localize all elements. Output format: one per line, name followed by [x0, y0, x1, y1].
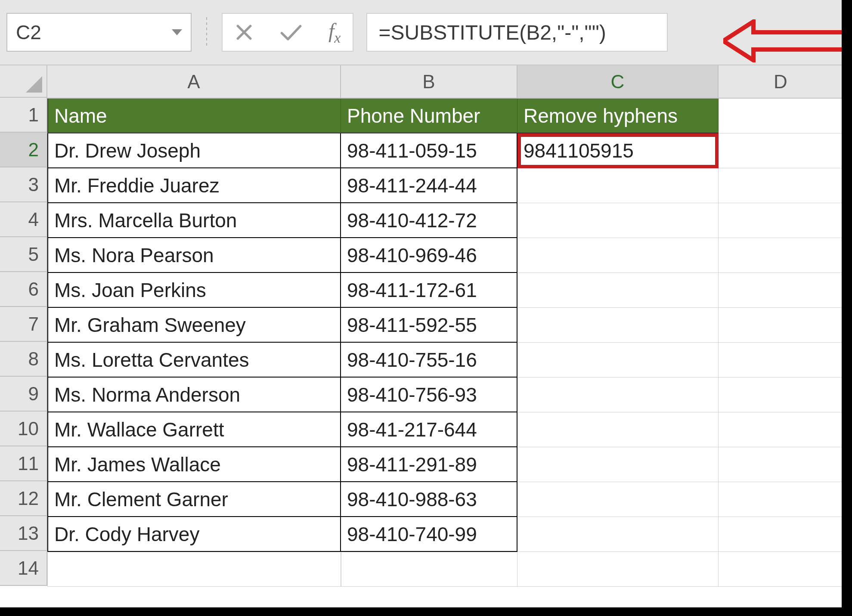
cell-A11[interactable]: Mr. James Wallace [47, 447, 341, 482]
cell-B13[interactable]: 98-410-740-99 [341, 517, 517, 552]
cell-B10[interactable]: 98-41-217-644 [341, 412, 517, 447]
fx-icon[interactable]: fx [328, 19, 341, 46]
cell-D14[interactable] [719, 552, 843, 587]
table-row: Ms. Nora Pearson98-410-969-46 [47, 238, 843, 273]
cell-B2[interactable]: 98-411-059-15 [341, 133, 517, 168]
header-result[interactable]: Remove hyphens [517, 99, 719, 133]
name-box-dropdown-icon[interactable] [172, 29, 182, 35]
row-header-7[interactable]: 7 [0, 307, 47, 342]
cell-C9[interactable] [517, 378, 719, 412]
header-name[interactable]: Name [47, 99, 341, 133]
cell-D2[interactable] [719, 133, 843, 168]
cell-A12[interactable]: Mr. Clement Garner [47, 482, 341, 517]
cell-D9[interactable] [719, 378, 843, 412]
formula-controls: fx [222, 13, 353, 52]
row-header-5[interactable]: 5 [0, 237, 47, 272]
row-header-9[interactable]: 9 [0, 377, 47, 412]
row-header-11[interactable]: 11 [0, 446, 47, 481]
cell-C12[interactable] [517, 482, 719, 517]
table-row: Mrs. Marcella Burton98-410-412-72 [47, 203, 843, 238]
cell-A2[interactable]: Dr. Drew Joseph [47, 133, 341, 168]
cell-D4[interactable] [719, 203, 843, 238]
header-phone[interactable]: Phone Number [341, 99, 517, 133]
formula-text: =SUBSTITUTE(B2,"-","") [378, 21, 606, 44]
table-row: Dr. Drew Joseph98-411-059-159841105915 [47, 133, 843, 168]
cell-A8[interactable]: Ms. Loretta Cervantes [47, 343, 341, 378]
cell-B14[interactable] [341, 552, 517, 587]
cell-D7[interactable] [719, 308, 843, 343]
table-row: Ms. Loretta Cervantes98-410-755-16 [47, 343, 843, 378]
row-14 [47, 552, 843, 587]
cell-C11[interactable] [517, 447, 719, 482]
cell-D10[interactable] [719, 412, 843, 447]
cell-D12[interactable] [719, 482, 843, 517]
svg-marker-0 [723, 22, 844, 60]
row-header-1[interactable]: 1 [0, 98, 47, 133]
cell-C8[interactable] [517, 343, 719, 378]
cell-B3[interactable]: 98-411-244-44 [341, 168, 517, 203]
cell-B4[interactable]: 98-410-412-72 [341, 203, 517, 238]
cell-B9[interactable]: 98-410-756-93 [341, 378, 517, 412]
cell-C6[interactable] [517, 273, 719, 308]
cell-A14[interactable] [47, 552, 341, 587]
cell-D8[interactable] [719, 343, 843, 378]
row-header-2[interactable]: 2 [0, 133, 47, 167]
cell-B8[interactable]: 98-410-755-16 [341, 343, 517, 378]
cell-C10[interactable] [517, 412, 719, 447]
cell-B12[interactable]: 98-410-988-63 [341, 482, 517, 517]
table-row: Mr. Clement Garner98-410-988-63 [47, 482, 843, 517]
table-row: Mr. Wallace Garrett98-41-217-644 [47, 412, 843, 447]
cell-A5[interactable]: Ms. Nora Pearson [47, 238, 341, 273]
table-row: Mr. Graham Sweeney98-411-592-55 [47, 308, 843, 343]
col-header-C[interactable]: C [517, 65, 719, 98]
cell-C13[interactable] [517, 517, 719, 552]
table-row: Mr. James Wallace98-411-291-89 [47, 447, 843, 482]
cell-A9[interactable]: Ms. Norma Anderson [47, 378, 341, 412]
cell-D11[interactable] [719, 447, 843, 482]
cell-C3[interactable] [517, 168, 719, 203]
name-box-value: C2 [16, 21, 41, 44]
row-header-13[interactable]: 13 [0, 516, 47, 551]
cell-B11[interactable]: 98-411-291-89 [341, 447, 517, 482]
cell-B6[interactable]: 98-411-172-61 [341, 273, 517, 308]
cell-A7[interactable]: Mr. Graham Sweeney [47, 308, 341, 343]
cell-D5[interactable] [719, 238, 843, 273]
cell-D13[interactable] [719, 517, 843, 552]
cell-A3[interactable]: Mr. Freddie Juarez [47, 168, 341, 203]
column-headers: A B C D [47, 65, 843, 99]
row-header-4[interactable]: 4 [0, 202, 47, 237]
cancel-formula-icon[interactable] [235, 23, 254, 42]
cell-C14[interactable] [517, 552, 719, 587]
row-header-10[interactable]: 10 [0, 412, 47, 446]
col-header-A[interactable]: A [47, 65, 341, 98]
table-row: Ms. Joan Perkins98-411-172-61 [47, 273, 843, 308]
col-header-D[interactable]: D [719, 65, 843, 98]
separator [206, 17, 207, 47]
enter-formula-icon[interactable] [279, 23, 303, 42]
formula-input[interactable]: =SUBSTITUTE(B2,"-","") [366, 13, 668, 52]
cell-A13[interactable]: Dr. Cody Harvey [47, 517, 341, 552]
name-box[interactable]: C2 [6, 13, 192, 52]
right-border [842, 0, 852, 616]
col-header-B[interactable]: B [341, 65, 517, 98]
cell-D3[interactable] [719, 168, 843, 203]
row-header-6[interactable]: 6 [0, 272, 47, 307]
cell-C2[interactable]: 9841105915 [517, 133, 719, 168]
cell-A10[interactable]: Mr. Wallace Garrett [47, 412, 341, 447]
cell-A6[interactable]: Ms. Joan Perkins [47, 273, 341, 308]
annotation-arrow-icon [723, 19, 848, 62]
cell-B7[interactable]: 98-411-592-55 [341, 308, 517, 343]
cell-A4[interactable]: Mrs. Marcella Burton [47, 203, 341, 238]
row-header-12[interactable]: 12 [0, 481, 47, 516]
row-header-8[interactable]: 8 [0, 342, 47, 377]
row-header-14[interactable]: 14 [0, 551, 47, 586]
cell-B5[interactable]: 98-410-969-46 [341, 238, 517, 273]
cell-D1[interactable] [719, 99, 843, 133]
cell-C7[interactable] [517, 308, 719, 343]
cell-C5[interactable] [517, 238, 719, 273]
cell-D6[interactable] [719, 273, 843, 308]
select-all-corner[interactable] [0, 65, 47, 98]
cell-C4[interactable] [517, 203, 719, 238]
row-header-3[interactable]: 3 [0, 167, 47, 202]
bottom-border [0, 607, 852, 616]
